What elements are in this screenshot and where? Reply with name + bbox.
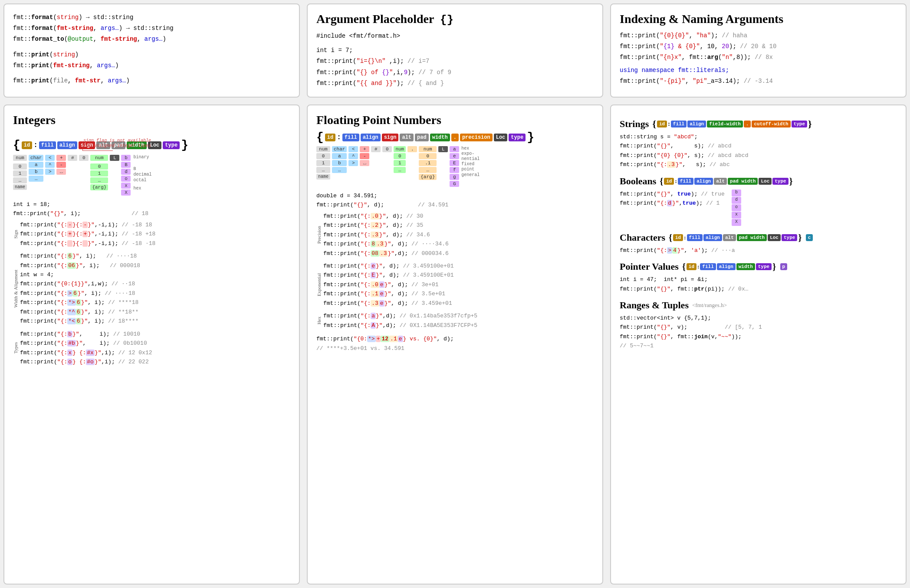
- types-label: Types: [13, 342, 18, 353]
- bottom-panel-strings: Strings { id : fill align field-width . …: [610, 105, 907, 585]
- indexing-title: Indexing & Naming Arguments: [620, 12, 897, 26]
- bottom-panel-integers: Integers sign flag is not availablefor u…: [3, 105, 300, 585]
- combined-example: fmt::print("{0:*>+12.1e} vs. {0}", d); /…: [316, 334, 594, 353]
- exponential-label: Exponential: [316, 273, 322, 296]
- floats-title: Floating Point Numbers: [316, 113, 594, 127]
- strings-title: Strings { id : fill align field-width . …: [620, 118, 897, 130]
- function-signatures: fmt::format(string) → std::string fmt::f…: [13, 12, 290, 86]
- width-alignment-label: Width & Alignment: [13, 270, 18, 308]
- top-panel-placeholder: Argument Placeholder {} #include <fmt/fo…: [307, 3, 603, 98]
- hex-label: Hex: [316, 317, 322, 324]
- precision-label: Precision: [316, 226, 322, 244]
- ranges-title: Ranges & Tuples <fmt/ranges.h>: [620, 300, 897, 311]
- top-panel-indexing: Indexing & Naming Arguments fmt::print("…: [610, 3, 907, 98]
- bottom-panel-floats: Floating Point Numbers { id : fill align…: [307, 105, 603, 585]
- sign-label: Sign: [13, 230, 18, 238]
- pointers-title: Pointer Values { id : fill align width t…: [620, 261, 897, 272]
- characters-title: Characters { id : fill align alt pad wid…: [620, 232, 897, 243]
- placeholder-title: Argument Placeholder {}: [316, 12, 594, 26]
- integers-title: Integers: [13, 113, 290, 127]
- top-panel-functions: fmt::format(string) → std::string fmt::f…: [3, 3, 300, 98]
- booleans-title: Booleans { id : fill align alt pad width…: [620, 176, 897, 187]
